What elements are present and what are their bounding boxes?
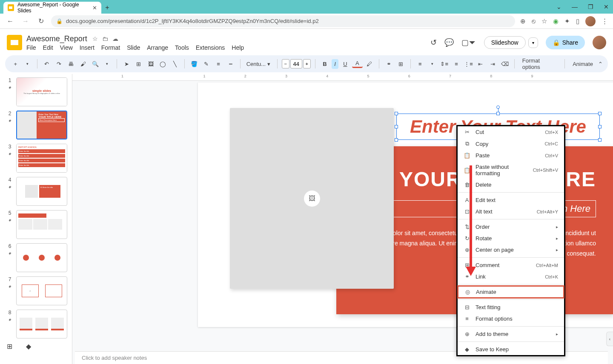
- fill-color-button[interactable]: 🪣: [189, 58, 199, 69]
- user-avatar[interactable]: [593, 36, 606, 49]
- slide-thumb-7[interactable]: →: [16, 276, 67, 305]
- doc-title[interactable]: Awesome_Report: [26, 34, 87, 43]
- context-menu-item-delete[interactable]: 🗑Delete: [458, 179, 564, 191]
- context-menu-item-save-to-keep[interactable]: ◆Save to Keep: [458, 344, 564, 355]
- comment-button[interactable]: ⊞: [395, 58, 406, 69]
- history-icon[interactable]: ↺: [430, 38, 437, 47]
- animate-toolbar-button[interactable]: Animate: [569, 59, 596, 69]
- extensions-icon[interactable]: ✦: [564, 17, 570, 25]
- back-button[interactable]: ←: [5, 16, 15, 26]
- format-options-button[interactable]: Format options: [519, 56, 560, 72]
- resize-handle-n[interactable]: [496, 112, 500, 115]
- move-icon[interactable]: 🗀: [102, 35, 108, 42]
- slideshow-button[interactable]: Slideshow: [484, 36, 526, 49]
- border-weight-button[interactable]: ≡: [213, 58, 223, 69]
- reload-button[interactable]: ↻: [36, 16, 46, 26]
- slides-logo[interactable]: [7, 35, 22, 50]
- resize-handle-sw[interactable]: [395, 138, 398, 142]
- context-menu-item-rotate[interactable]: ↻Rotate▸: [458, 233, 564, 244]
- slide-thumb-4[interactable]: 01 Enter the title: [16, 177, 67, 206]
- grid-icon[interactable]: ⊞: [7, 342, 12, 350]
- resize-handle-w[interactable]: [395, 125, 398, 128]
- border-color-button[interactable]: ✎: [201, 58, 212, 69]
- indent-less-button[interactable]: ⇤: [476, 58, 486, 69]
- new-slide-button[interactable]: +: [10, 58, 20, 69]
- kebab-menu-icon[interactable]: ⋮: [602, 17, 608, 25]
- paint-format-button[interactable]: 🖌: [78, 58, 88, 69]
- slide-thumb-8[interactable]: [16, 310, 67, 338]
- share-button[interactable]: 🔒 Share: [546, 36, 585, 49]
- context-menu-item-center-on-page[interactable]: ⊕Center on page▸: [458, 244, 564, 256]
- context-menu-item-comment[interactable]: ⊞CommentCtrl+Alt+M: [458, 259, 564, 271]
- explore-icon[interactable]: ◆: [26, 342, 31, 350]
- menu-slide[interactable]: Slide: [127, 44, 140, 51]
- collapse-toolbar-icon[interactable]: ⌃: [598, 61, 603, 67]
- menu-edit[interactable]: Edit: [43, 44, 53, 51]
- highlight-button[interactable]: 🖊: [364, 58, 375, 69]
- menu-insert[interactable]: Insert: [80, 44, 95, 51]
- new-slide-caret[interactable]: ▾: [22, 58, 32, 69]
- link-button[interactable]: ⚭: [384, 58, 394, 69]
- resize-handle-nw[interactable]: [395, 112, 398, 115]
- indent-more-button[interactable]: ⇥: [487, 58, 498, 69]
- context-menu-item-text-fitting[interactable]: ⊟Text fitting: [458, 301, 564, 313]
- comments-icon[interactable]: 💬: [444, 38, 454, 47]
- browser-tab[interactable]: Awesome_Report - Google Slides ✕: [3, 2, 101, 14]
- thumbnails-panel[interactable]: 1⚭ simple slidesThe largest library of i…: [0, 74, 72, 364]
- context-menu-item-order[interactable]: ⇅Order▸: [458, 221, 564, 233]
- new-tab-button[interactable]: +: [101, 2, 113, 14]
- context-menu-item-animate[interactable]: ◎Animate: [458, 286, 564, 298]
- border-dash-button[interactable]: ┅: [225, 58, 235, 69]
- align-caret[interactable]: ▾: [427, 58, 437, 69]
- textbox-tool[interactable]: ⊞: [134, 58, 144, 69]
- menu-arrange[interactable]: Arrange: [147, 44, 168, 51]
- tab-close-icon[interactable]: ✕: [92, 5, 97, 11]
- minimize-button[interactable]: —: [572, 3, 578, 10]
- font-size-input[interactable]: [290, 59, 302, 68]
- image-tool[interactable]: 🖼: [146, 58, 156, 69]
- line-tool[interactable]: ╲: [170, 58, 180, 69]
- context-menu-item-alt-text[interactable]: ⊡Alt textCtrl+Alt+Y: [458, 206, 564, 217]
- menu-view[interactable]: View: [60, 44, 73, 51]
- menu-help[interactable]: Help: [232, 44, 244, 51]
- line-spacing-button[interactable]: ⇕≡: [439, 58, 449, 69]
- font-size-plus[interactable]: +: [303, 59, 311, 68]
- forward-button[interactable]: →: [20, 16, 31, 26]
- present-icon[interactable]: ▢⏷: [461, 38, 476, 47]
- slide-thumb-1[interactable]: simple slidesThe largest library of info…: [16, 77, 67, 106]
- context-menu-item-cut[interactable]: ✂CutCtrl+X: [458, 126, 564, 138]
- star-icon[interactable]: ☆: [92, 35, 98, 42]
- text-color-button[interactable]: A: [352, 60, 362, 68]
- chevron-down-icon[interactable]: ⌄: [556, 3, 561, 10]
- redo-button[interactable]: ↷: [54, 58, 64, 69]
- resize-handle-e[interactable]: [598, 125, 602, 128]
- align-button[interactable]: ≡: [415, 58, 425, 69]
- menu-file[interactable]: File: [26, 44, 36, 51]
- clear-format-button[interactable]: ⌫: [500, 58, 510, 69]
- context-menu-item-copy[interactable]: ⧉CopyCtrl+C: [458, 138, 564, 150]
- profile-avatar-small[interactable]: [585, 16, 596, 26]
- menu-tools[interactable]: Tools: [175, 44, 189, 51]
- slide-thumb-3[interactable]: REPORT AGENDAEnter the titleEnter the ti…: [16, 144, 67, 173]
- context-menu-item-paste-without-formatting[interactable]: 📋Paste without formattingCtrl+Shift+V: [458, 161, 564, 179]
- undo-button[interactable]: ↶: [42, 58, 52, 69]
- context-menu-item-paste[interactable]: 📋PasteCtrl+V: [458, 150, 564, 161]
- font-size-minus[interactable]: −: [282, 59, 289, 68]
- extension-icon-1[interactable]: ◉: [553, 17, 559, 25]
- slide-thumb-6[interactable]: [16, 243, 67, 272]
- cloud-icon[interactable]: ☁: [112, 35, 118, 42]
- resize-handle-ne[interactable]: [598, 112, 602, 115]
- numbered-list-button[interactable]: ≡: [451, 58, 461, 69]
- close-window-button[interactable]: ✕: [604, 3, 609, 10]
- context-menu-item-add-to-theme[interactable]: ⊕Add to theme▸: [458, 328, 564, 340]
- bold-button[interactable]: B: [320, 58, 330, 69]
- context-menu-item-edit-text[interactable]: AEdit text: [458, 194, 564, 206]
- resize-handle-se[interactable]: [598, 138, 602, 142]
- italic-button[interactable]: I: [332, 59, 338, 69]
- context-menu-item-format-options[interactable]: ≡Format options: [458, 313, 564, 324]
- image-placeholder[interactable]: 🖼: [230, 108, 394, 289]
- menu-format[interactable]: Format: [101, 44, 120, 51]
- slide-thumb-5[interactable]: [16, 210, 67, 239]
- print-button[interactable]: 🖶: [66, 58, 76, 69]
- share-page-icon[interactable]: ⎋: [532, 17, 536, 25]
